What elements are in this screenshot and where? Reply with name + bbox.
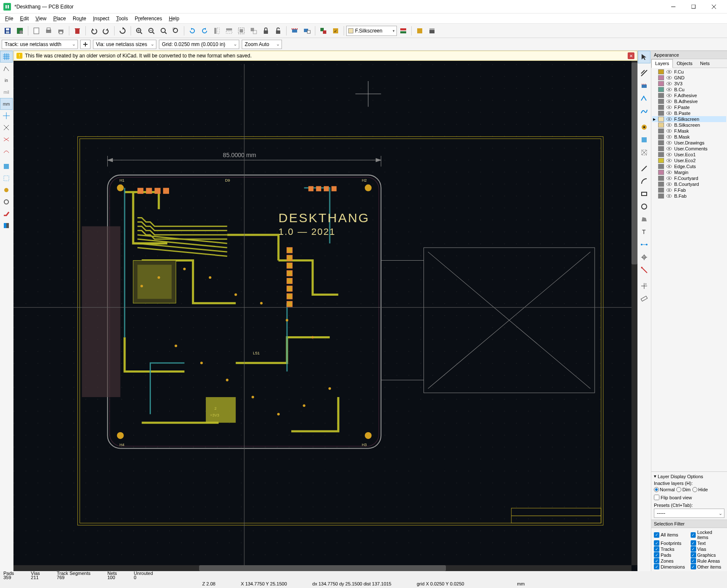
draw-circle-icon[interactable]	[638, 200, 650, 213]
layer-row-edge-cuts[interactable]: Edge.Cuts	[652, 163, 726, 169]
layer-visibility-icon[interactable]	[666, 69, 672, 74]
layer-row-b-silkscreen[interactable]: B.Silkscreen	[652, 122, 726, 128]
filter-text[interactable]: ✓Text	[691, 540, 725, 546]
unit-mil[interactable]: mil	[0, 86, 13, 98]
layer-swatch[interactable]	[658, 105, 664, 110]
select-tool-icon[interactable]	[638, 51, 650, 63]
zone-outline-icon[interactable]	[0, 172, 13, 184]
maximize-button[interactable]	[684, 0, 703, 13]
rotate-cw-icon[interactable]	[199, 25, 210, 37]
layer-swatch[interactable]	[658, 93, 664, 98]
layer-row-b-mask[interactable]: B.Mask	[652, 134, 726, 140]
layer-swatch[interactable]	[658, 170, 664, 175]
mirror-v-icon[interactable]	[211, 25, 223, 37]
layer-swatch[interactable]	[658, 182, 664, 187]
menu-inspect[interactable]: Inspect	[90, 14, 113, 23]
layer-row-3v3[interactable]: 3V3	[652, 81, 726, 87]
layer-row-f-adhesive[interactable]: F.Adhesive	[652, 93, 726, 98]
layer-visibility-icon[interactable]	[666, 87, 672, 92]
set-origin-icon[interactable]	[638, 251, 650, 264]
add-rule-area-icon[interactable]	[638, 146, 650, 159]
info-close-button[interactable]: ✕	[628, 52, 634, 59]
filter-dimensions[interactable]: ✓Dimensions	[654, 564, 688, 569]
canvas-scrollbar-vertical[interactable]	[631, 61, 637, 565]
layer-swatch[interactable]	[658, 87, 664, 92]
layer-row-user-eco1[interactable]: User.Eco1	[652, 152, 726, 158]
draw-poly-icon[interactable]	[638, 213, 650, 226]
mirror-h-icon[interactable]	[223, 25, 235, 37]
via-size-combo[interactable]: Via: use netclass sizes	[93, 40, 156, 49]
save-icon[interactable]	[2, 25, 14, 37]
layer-row-user-drawings[interactable]: User.Drawings	[652, 140, 726, 146]
layer-swatch[interactable]	[658, 111, 664, 116]
drc-icon[interactable]: ✓	[330, 25, 342, 37]
local-ratsnest-icon[interactable]	[638, 79, 650, 92]
board-setup-icon[interactable]	[14, 25, 26, 37]
layer-visibility-icon[interactable]	[666, 93, 672, 98]
scripting-icon[interactable]	[414, 25, 426, 37]
tab-objects[interactable]: Objects	[673, 59, 696, 68]
layer-row-f-cu[interactable]: F.Cu	[652, 69, 726, 75]
layer-swatch[interactable]	[658, 164, 664, 169]
grid-combo[interactable]: Grid: 0.0250 mm (0.0010 in)	[159, 40, 239, 49]
layer-row-f-silkscreen[interactable]: ▶F.Silkscreen	[652, 116, 726, 122]
filter-footprints[interactable]: ✓Footprints	[654, 540, 688, 546]
layer-visibility-icon[interactable]	[666, 146, 672, 151]
menu-tools[interactable]: Tools	[113, 14, 131, 23]
minimize-button[interactable]	[664, 0, 683, 13]
curved-ratsnest-icon[interactable]	[0, 145, 13, 157]
menu-route[interactable]: Route	[69, 14, 90, 23]
menu-view[interactable]: View	[32, 14, 50, 23]
layer-visibility-icon[interactable]	[666, 188, 672, 193]
layer-row-f-courtyard[interactable]: F.Courtyard	[652, 175, 726, 181]
full-cursor-icon[interactable]	[0, 110, 13, 122]
add-text-icon[interactable]: T	[638, 226, 650, 238]
tab-layers[interactable]: Layers	[651, 59, 673, 68]
unit-mm[interactable]: mm	[0, 98, 13, 110]
track-display-icon[interactable]	[0, 208, 13, 220]
layer-swatch[interactable]	[658, 176, 664, 181]
layer-visibility-icon[interactable]	[666, 134, 672, 139]
layer-row-f-paste[interactable]: F.Paste	[652, 104, 726, 110]
layer-visibility-icon[interactable]	[666, 193, 672, 199]
contrast-icon[interactable]	[0, 220, 13, 231]
add-footprint-icon[interactable]	[638, 92, 650, 105]
canvas-scrollbar-horizontal[interactable]	[14, 565, 631, 571]
flip-board-checkbox[interactable]	[654, 495, 659, 500]
menu-preferences[interactable]: Preferences	[131, 14, 166, 23]
filter-tracks[interactable]: ✓Tracks	[654, 546, 688, 552]
layer-row-f-fab[interactable]: F.Fab	[652, 187, 726, 193]
layer-visibility-icon[interactable]	[666, 117, 672, 122]
layer-visibility-icon[interactable]	[666, 122, 672, 128]
undo-icon[interactable]	[88, 25, 100, 37]
add-zone-icon[interactable]	[638, 133, 650, 146]
rotate-ccw-icon[interactable]	[186, 25, 198, 37]
layer-visibility-icon[interactable]	[666, 170, 672, 175]
presets-combo[interactable]: -----	[654, 509, 724, 518]
grid-origin-icon[interactable]: +	[638, 280, 650, 292]
draw-line-icon[interactable]	[638, 162, 650, 175]
layer-swatch[interactable]	[658, 146, 664, 151]
footprint-editor-icon[interactable]	[289, 25, 301, 37]
layer-row-b-courtyard[interactable]: B.Courtyard	[652, 181, 726, 187]
layer-row-f-mask[interactable]: F.Mask	[652, 128, 726, 134]
layer-row-user-eco2[interactable]: User.Eco2	[652, 158, 726, 163]
layer-swatch[interactable]	[658, 122, 664, 128]
layer-swatch[interactable]	[658, 99, 664, 104]
filter-graphics[interactable]: ✓Graphics	[691, 552, 725, 558]
ungroup-icon[interactable]	[248, 25, 260, 37]
layer-row-b-cu[interactable]: B.Cu	[652, 87, 726, 93]
appearance-toggle-icon[interactable]	[426, 25, 438, 37]
layer-swatch[interactable]	[658, 152, 664, 157]
zoom-selection-icon[interactable]	[170, 25, 182, 37]
layer-swatch[interactable]	[658, 128, 664, 133]
layer-visibility-icon[interactable]	[666, 111, 672, 116]
filter-zones[interactable]: ✓Zones	[654, 558, 688, 564]
layer-row-margin[interactable]: Margin	[652, 169, 726, 175]
layer-swatch[interactable]	[658, 140, 664, 145]
filter-locked-items[interactable]: ✓Locked items	[691, 530, 725, 540]
refresh-icon[interactable]	[117, 25, 128, 37]
45deg-icon[interactable]	[0, 122, 13, 133]
menu-edit[interactable]: Edit	[16, 14, 32, 23]
grid-toggle-icon[interactable]	[0, 51, 13, 63]
